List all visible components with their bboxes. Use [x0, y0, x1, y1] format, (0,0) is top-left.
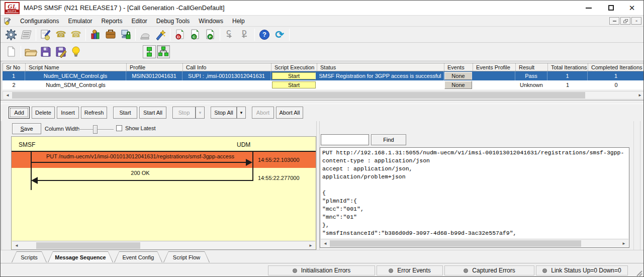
scroll-right-icon[interactable]: ►: [620, 240, 628, 247]
node-pair-icon[interactable]: [143, 45, 156, 58]
stop-dropdown-button[interactable]: ▼: [196, 107, 205, 119]
new-file-icon[interactable]: [4, 45, 18, 58]
menu-debug-tools[interactable]: Debug Tools: [152, 17, 195, 26]
window-menu-icon[interactable]: [4, 17, 13, 25]
stamp-icon[interactable]: [138, 28, 152, 41]
detail-horizontal-scrollbar[interactable]: ◄ ►: [321, 239, 628, 247]
show-latest-checkbox[interactable]: [116, 125, 122, 131]
scroll-left-icon[interactable]: ◄: [4, 92, 12, 99]
mdi-minimize-button[interactable]: [609, 17, 619, 25]
abort-all-button[interactable]: Abort All: [276, 107, 303, 119]
vertical-splitter[interactable]: [316, 121, 320, 250]
resize-grip-icon[interactable]: [635, 269, 642, 276]
scroll-left-icon[interactable]: ◄: [13, 242, 21, 249]
insert-button[interactable]: Insert: [57, 107, 79, 119]
svg-text:C: C: [226, 29, 231, 36]
scroll-right-icon[interactable]: ►: [636, 92, 644, 99]
link-d-icon[interactable]: D: [238, 28, 252, 41]
cell-sr-no: 2: [3, 80, 25, 89]
find-button[interactable]: Find: [371, 134, 406, 145]
save-button[interactable]: Save: [12, 123, 41, 134]
chart-icon[interactable]: [88, 28, 103, 41]
tab-script-flow[interactable]: Script Flow: [163, 251, 210, 262]
delete-button[interactable]: Delete: [32, 107, 55, 119]
phones-icon[interactable]: ☎: [69, 28, 83, 41]
events-none-button[interactable]: None: [444, 81, 472, 89]
table-row[interactable]: 2 Nudm_SDM_Control.gls Start None Unknow…: [3, 80, 644, 89]
menu-configurations[interactable]: Configurations: [16, 17, 63, 26]
col-status[interactable]: Status: [317, 63, 444, 71]
col-result[interactable]: Result: [516, 63, 548, 71]
menu-reports[interactable]: Reports: [97, 17, 127, 26]
start-all-button[interactable]: Start All: [139, 107, 166, 119]
computer-lock-icon[interactable]: [119, 28, 133, 41]
stop-all-dropdown-button[interactable]: ▼: [237, 107, 246, 119]
events-none-button[interactable]: None: [444, 72, 472, 80]
menu-help[interactable]: Help: [228, 17, 249, 26]
bulb-icon[interactable]: [69, 45, 83, 58]
find-input[interactable]: [321, 134, 369, 145]
node-tree-icon[interactable]: [157, 45, 170, 58]
col-call-info[interactable]: Call Info: [183, 63, 271, 71]
settings-gear-icon[interactable]: [4, 28, 18, 41]
refresh-button[interactable]: Refresh: [81, 107, 107, 119]
mdi-close-button[interactable]: ×: [631, 17, 641, 25]
minimize-button[interactable]: [580, 1, 597, 15]
col-completed-iterations[interactable]: Completed Iterations: [588, 63, 644, 71]
menu-windows[interactable]: Windows: [194, 17, 228, 26]
save-icon[interactable]: [39, 45, 53, 58]
col-sr-no[interactable]: Sr No: [3, 63, 26, 71]
link-c-icon[interactable]: C: [223, 28, 237, 41]
open-folder-icon[interactable]: [24, 45, 38, 58]
horizontal-splitter[interactable]: [1, 100, 643, 104]
col-events[interactable]: Events: [444, 63, 473, 71]
start-button[interactable]: Start: [113, 107, 137, 119]
status-label: Link Status Up=0 Down=0: [551, 267, 621, 274]
briefcase-icon[interactable]: [104, 28, 118, 41]
doc-c-icon[interactable]: C: [188, 28, 202, 41]
script-edit-icon[interactable]: [39, 28, 53, 41]
scrollbar-thumb[interactable]: [12, 92, 585, 99]
table-row[interactable]: 1 Nudm_UECM_Control.gls MSIN3012041631 S…: [3, 71, 644, 80]
abort-button[interactable]: Abort: [252, 107, 274, 119]
save-as-icon[interactable]: [54, 45, 68, 58]
help-icon[interactable]: ?: [257, 28, 271, 41]
message-detail-view[interactable]: PUT http://192.168.1.31:5055/nudm-uecm/v…: [320, 147, 629, 248]
scroll-left-icon[interactable]: ◄: [321, 240, 329, 247]
slider-thumb[interactable]: [93, 125, 98, 134]
refresh-icon[interactable]: ⟳: [272, 28, 287, 41]
mdi-restore-button[interactable]: [620, 17, 630, 25]
wizard-icon[interactable]: [153, 28, 167, 41]
notes-icon[interactable]: [19, 28, 33, 41]
scrollbar-thumb[interactable]: [36, 242, 140, 249]
scrollbar-thumb[interactable]: [330, 240, 581, 247]
add-button[interactable]: Add: [9, 107, 30, 119]
diagram-horizontal-scrollbar[interactable]: ◄ ►: [12, 241, 315, 249]
col-events-profile[interactable]: Events Profile: [473, 63, 516, 71]
stop-button[interactable]: Stop: [172, 107, 196, 119]
doc-d-icon[interactable]: D: [173, 28, 187, 41]
menu-editor[interactable]: Editor: [127, 17, 151, 26]
close-icon: ✕: [629, 4, 635, 12]
col-total-iterations[interactable]: Total Iterations: [548, 63, 588, 71]
cell-script-execution[interactable]: Start: [272, 81, 316, 88]
svg-text:P: P: [209, 35, 212, 39]
col-script-name[interactable]: Script Name: [26, 63, 127, 71]
stop-all-button[interactable]: Stop All: [211, 107, 237, 119]
phone-icon[interactable]: ☎: [54, 28, 68, 41]
tab-message-sequence[interactable]: Message Sequence: [48, 251, 113, 262]
col-script-execution[interactable]: Script Execution: [271, 63, 317, 71]
maximize-button[interactable]: [602, 1, 619, 15]
tab-scripts[interactable]: Scripts: [12, 251, 47, 262]
table-horizontal-scrollbar[interactable]: ◄ ►: [3, 91, 644, 100]
cell-events-profile: [473, 80, 515, 89]
mdi-restore-icon: [623, 19, 628, 23]
cell-sr-no: 1: [3, 71, 25, 80]
close-button[interactable]: ✕: [623, 1, 640, 15]
scroll-right-icon[interactable]: ►: [307, 242, 315, 249]
menu-emulator[interactable]: Emulator: [63, 17, 97, 26]
col-profile[interactable]: Profile: [127, 63, 183, 71]
cell-script-execution[interactable]: Start: [272, 72, 316, 79]
doc-p-icon[interactable]: P: [203, 28, 217, 41]
tab-event-config[interactable]: Event Config: [114, 251, 162, 262]
